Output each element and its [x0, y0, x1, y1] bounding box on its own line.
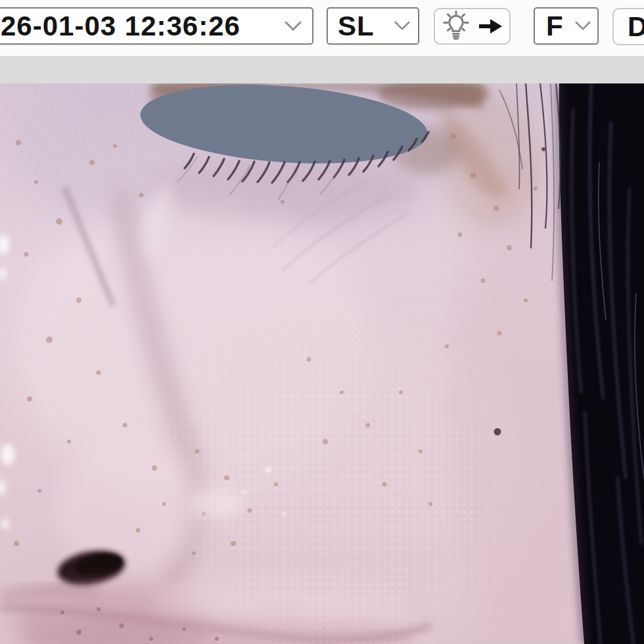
view-combobox[interactable]: F	[534, 7, 599, 45]
flash-transfer-button[interactable]	[434, 8, 511, 45]
d-button[interactable]: D	[612, 8, 644, 45]
d-button-label: D	[628, 11, 644, 43]
mode-combobox[interactable]: SL	[327, 7, 419, 45]
lightbulb-icon	[441, 11, 471, 42]
chevron-down-icon	[285, 21, 302, 32]
toolbar-separator-strip	[0, 56, 644, 83]
photo-viewport[interactable]	[0, 83, 644, 644]
datetime-combobox[interactable]: 26-01-03 12:36:26	[0, 7, 313, 45]
chevron-down-icon	[394, 21, 410, 31]
view-value: F	[546, 11, 564, 42]
facial-photo	[0, 83, 644, 644]
app-window: 26-01-03 12:36:26 SL	[0, 0, 644, 644]
small-mole	[541, 147, 545, 151]
mode-value: SL	[338, 11, 375, 42]
mole	[494, 428, 501, 436]
datetime-value: 26-01-03 12:36:26	[1, 11, 241, 42]
arrow-right-icon	[478, 16, 504, 36]
chevron-down-icon	[575, 21, 591, 31]
toolbar: 26-01-03 12:36:26 SL	[0, 0, 644, 56]
